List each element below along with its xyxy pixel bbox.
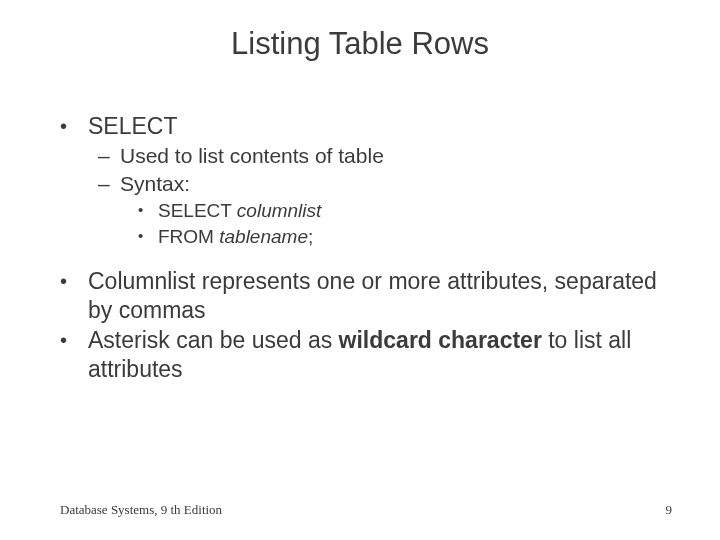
dash-icon: – — [98, 171, 120, 197]
bullet-dot-icon: • — [138, 225, 158, 249]
text-italic: columnlist — [237, 200, 321, 221]
sub-group: – Used to list contents of table – Synta… — [98, 143, 672, 249]
bullet-text: SELECT — [88, 112, 672, 141]
bullet-text: Asterisk can be used as wildcard charact… — [88, 326, 672, 384]
text-bold: wildcard character — [339, 327, 542, 353]
text-italic: tablename — [219, 226, 308, 247]
footer-left: Database Systems, 9 th Edition — [60, 502, 222, 518]
bullet-columnlist: • Columnlist represents one or more attr… — [60, 267, 672, 325]
bullet-asterisk: • Asterisk can be used as wildcard chara… — [60, 326, 672, 384]
bullet-dot-icon: • — [60, 326, 88, 384]
bullet-text: Syntax: — [120, 171, 672, 197]
slide-title: Listing Table Rows — [0, 26, 720, 62]
bullet-text: FROM tablename; — [158, 225, 672, 249]
page-number: 9 — [666, 502, 673, 518]
slide-content: • SELECT – Used to list contents of tabl… — [60, 112, 672, 386]
bullet-dot-icon: • — [60, 267, 88, 325]
bullet-text: Used to list contents of table — [120, 143, 672, 169]
text-pre: FROM — [158, 226, 219, 247]
bullet-select: • SELECT — [60, 112, 672, 141]
slide: Listing Table Rows • SELECT – Used to li… — [0, 0, 720, 540]
text-pre: SELECT — [158, 200, 237, 221]
text-post: ; — [308, 226, 313, 247]
text-pre: Asterisk can be used as — [88, 327, 339, 353]
bullet-dot-icon: • — [138, 199, 158, 223]
bullet-dot-icon: • — [60, 112, 88, 141]
bullet-syntax: – Syntax: — [98, 171, 672, 197]
bullet-text: SELECT columnlist — [158, 199, 672, 223]
bullet-text: Columnlist represents one or more attrib… — [88, 267, 672, 325]
bullet-from-tablename: • FROM tablename; — [138, 225, 672, 249]
dash-icon: – — [98, 143, 120, 169]
bullet-used-to: – Used to list contents of table — [98, 143, 672, 169]
spacer — [60, 257, 672, 267]
bullet-select-columnlist: • SELECT columnlist — [138, 199, 672, 223]
syntax-group: • SELECT columnlist • FROM tablename; — [138, 199, 672, 249]
